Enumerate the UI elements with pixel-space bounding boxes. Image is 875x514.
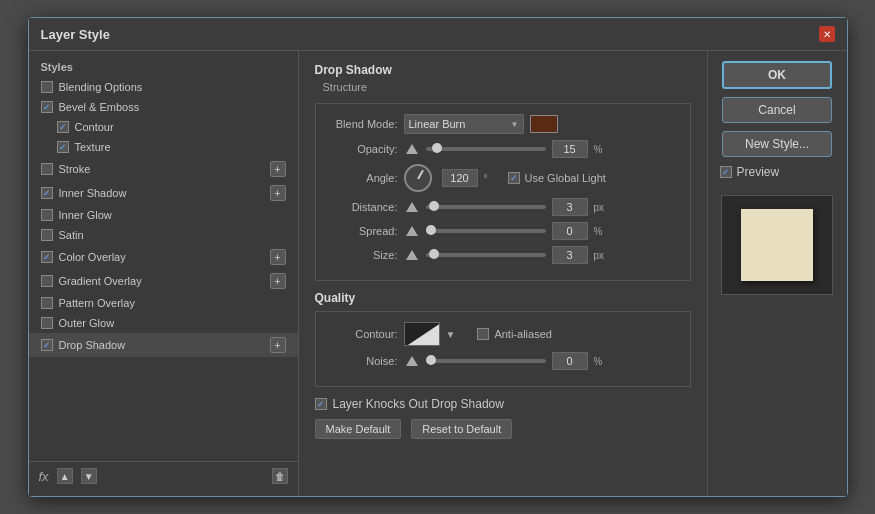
size-label: Size: — [328, 249, 398, 261]
opacity-slider-handle[interactable] — [432, 143, 442, 153]
anti-aliased-label: Anti-aliased — [494, 328, 551, 340]
dialog-title: Layer Style — [41, 27, 110, 42]
stroke-checkbox[interactable] — [41, 163, 53, 175]
outer-glow-checkbox[interactable] — [41, 317, 53, 329]
dialog-body: Styles Blending Options Bevel & Emboss C… — [29, 51, 847, 496]
delete-button[interactable]: 🗑 — [272, 468, 288, 484]
inner-glow-checkbox[interactable] — [41, 209, 53, 221]
size-slider-thumb[interactable] — [404, 247, 420, 263]
pattern-overlay-label: Pattern Overlay — [59, 297, 135, 309]
new-style-button[interactable]: New Style... — [722, 131, 832, 157]
drop-shadow-plus-button[interactable]: + — [270, 337, 286, 353]
close-button[interactable]: ✕ — [819, 26, 835, 42]
gradient-overlay-plus-button[interactable]: + — [270, 273, 286, 289]
noise-label: Noise: — [328, 355, 398, 367]
styles-header: Styles — [29, 57, 298, 77]
inner-shadow-checkbox[interactable] — [41, 187, 53, 199]
color-overlay-label: Color Overlay — [59, 251, 126, 263]
sidebar-item-blending-options[interactable]: Blending Options — [29, 77, 298, 97]
preview-thumbnail — [741, 209, 813, 281]
opacity-input[interactable] — [552, 140, 588, 158]
color-overlay-plus-button[interactable]: + — [270, 249, 286, 265]
section-title: Drop Shadow — [315, 63, 691, 77]
inner-glow-label: Inner Glow — [59, 209, 112, 221]
sidebar-item-drop-shadow[interactable]: Drop Shadow + — [29, 333, 298, 357]
sidebar-item-bevel-emboss[interactable]: Bevel & Emboss — [29, 97, 298, 117]
size-input[interactable] — [552, 246, 588, 264]
opacity-label: Opacity: — [328, 143, 398, 155]
distance-input[interactable] — [552, 198, 588, 216]
knockout-checkbox[interactable] — [315, 398, 327, 410]
angle-input[interactable] — [442, 169, 478, 187]
bevel-emboss-checkbox[interactable] — [41, 101, 53, 113]
move-down-button[interactable]: ▼ — [81, 468, 97, 484]
stroke-label: Stroke — [59, 163, 91, 175]
size-row: Size: px — [328, 246, 678, 264]
texture-label: Texture — [75, 141, 111, 153]
texture-checkbox[interactable] — [57, 141, 69, 153]
distance-row: Distance: px — [328, 198, 678, 216]
move-up-button[interactable]: ▲ — [57, 468, 73, 484]
opacity-slider-thumb[interactable] — [404, 141, 420, 157]
spread-input[interactable] — [552, 222, 588, 240]
gradient-overlay-checkbox[interactable] — [41, 275, 53, 287]
anti-aliased-checkbox[interactable] — [477, 328, 489, 340]
spread-slider[interactable] — [426, 229, 546, 233]
noise-slider-handle[interactable] — [426, 355, 436, 365]
contour-label: Contour — [75, 121, 114, 133]
sidebar-item-satin[interactable]: Satin — [29, 225, 298, 245]
size-slider-handle[interactable] — [429, 249, 439, 259]
spread-slider-thumb[interactable] — [404, 223, 420, 239]
noise-input[interactable] — [552, 352, 588, 370]
inner-shadow-plus-button[interactable]: + — [270, 185, 286, 201]
satin-label: Satin — [59, 229, 84, 241]
distance-unit: px — [594, 202, 612, 213]
noise-slider-thumb[interactable] — [404, 353, 420, 369]
contour-thumbnail[interactable] — [404, 322, 440, 346]
size-slider[interactable] — [426, 253, 546, 257]
stroke-plus-button[interactable]: + — [270, 161, 286, 177]
opacity-row: Opacity: % — [328, 140, 678, 158]
spread-row: Spread: % — [328, 222, 678, 240]
drop-shadow-checkbox[interactable] — [41, 339, 53, 351]
title-bar: Layer Style ✕ — [29, 18, 847, 51]
noise-row: Noise: % — [328, 352, 678, 370]
blending-options-checkbox[interactable] — [41, 81, 53, 93]
spread-slider-handle[interactable] — [426, 225, 436, 235]
contour-checkbox[interactable] — [57, 121, 69, 133]
sidebar-item-stroke[interactable]: Stroke + — [29, 157, 298, 181]
angle-row: Angle: ° Use Global Light — [328, 164, 678, 192]
preview-label: Preview — [737, 165, 780, 179]
contour-dropdown-arrow[interactable]: ▼ — [446, 329, 456, 340]
sidebar-item-color-overlay[interactable]: Color Overlay + — [29, 245, 298, 269]
opacity-slider[interactable] — [426, 147, 546, 151]
sidebar-item-inner-glow[interactable]: Inner Glow — [29, 205, 298, 225]
noise-unit: % — [594, 356, 612, 367]
color-overlay-checkbox[interactable] — [41, 251, 53, 263]
distance-slider-thumb[interactable] — [404, 199, 420, 215]
satin-checkbox[interactable] — [41, 229, 53, 241]
pattern-overlay-checkbox[interactable] — [41, 297, 53, 309]
left-panel: Styles Blending Options Bevel & Emboss C… — [29, 51, 299, 496]
preview-checkbox[interactable] — [720, 166, 732, 178]
distance-slider[interactable] — [426, 205, 546, 209]
noise-slider[interactable] — [426, 359, 546, 363]
middle-panel: Drop Shadow Structure Blend Mode: Linear… — [299, 51, 707, 496]
sidebar-item-contour[interactable]: Contour — [29, 117, 298, 137]
ok-button[interactable]: OK — [722, 61, 832, 89]
angle-dial[interactable] — [404, 164, 432, 192]
distance-slider-handle[interactable] — [429, 201, 439, 211]
quality-title: Quality — [315, 291, 691, 305]
sidebar-item-gradient-overlay[interactable]: Gradient Overlay + — [29, 269, 298, 293]
sidebar-item-pattern-overlay[interactable]: Pattern Overlay — [29, 293, 298, 313]
global-light-checkbox[interactable] — [508, 172, 520, 184]
make-default-button[interactable]: Make Default — [315, 419, 402, 439]
sidebar-item-outer-glow[interactable]: Outer Glow — [29, 313, 298, 333]
cancel-button[interactable]: Cancel — [722, 97, 832, 123]
sidebar-item-inner-shadow[interactable]: Inner Shadow + — [29, 181, 298, 205]
knockout-row: Layer Knocks Out Drop Shadow — [315, 397, 691, 411]
reset-default-button[interactable]: Reset to Default — [411, 419, 512, 439]
sidebar-item-texture[interactable]: Texture — [29, 137, 298, 157]
blend-mode-dropdown[interactable]: Linear Burn ▼ — [404, 114, 524, 134]
blend-color-swatch[interactable] — [530, 115, 558, 133]
